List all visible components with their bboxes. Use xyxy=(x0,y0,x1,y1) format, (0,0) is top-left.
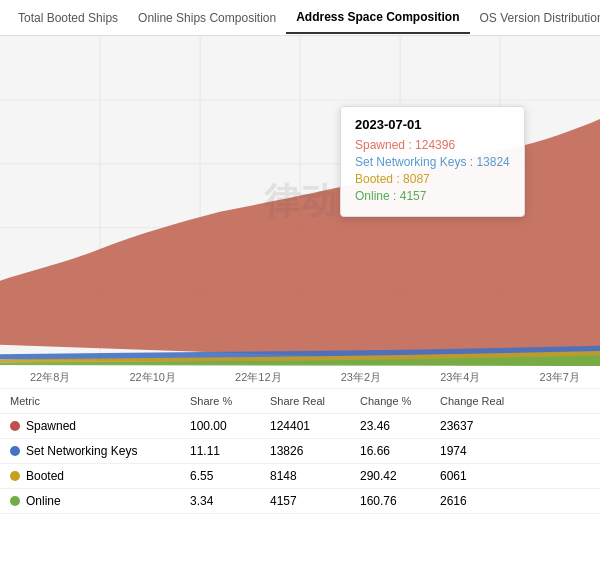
x-label-4: 23年2月 xyxy=(341,370,381,385)
col-share-real: Share Real xyxy=(270,395,360,407)
online-share-real: 4157 xyxy=(270,494,360,508)
table-header-row: Metric Share % Share Real Change % Chang… xyxy=(0,389,600,414)
spawned-share-real: 124401 xyxy=(270,419,360,433)
tab-online-composition[interactable]: Online Ships Composition xyxy=(128,3,286,33)
tab-bar: Total Booted Ships Online Ships Composit… xyxy=(0,0,600,36)
booted-change-pct: 290.42 xyxy=(360,469,440,483)
spawned-change-real: 23637 xyxy=(440,419,520,433)
label-booted: Booted xyxy=(26,469,64,483)
metric-online: Online xyxy=(10,494,190,508)
tab-address-space[interactable]: Address Space Composition xyxy=(286,2,469,34)
label-networking: Set Networking Keys xyxy=(26,444,137,458)
chart-area: 律动 2023-07-01 Spawned : 124396 Set Netwo… xyxy=(0,36,600,366)
dot-booted xyxy=(10,471,20,481)
col-change-pct: Change % xyxy=(360,395,440,407)
tooltip-date: 2023-07-01 xyxy=(355,117,510,132)
table-row: Online 3.34 4157 160.76 2616 xyxy=(0,489,600,514)
x-axis: 22年8月 22年10月 22年12月 23年2月 23年4月 23年7月 xyxy=(0,366,600,388)
x-label-5: 23年4月 xyxy=(440,370,480,385)
table-row: Set Networking Keys 11.11 13826 16.66 19… xyxy=(0,439,600,464)
metric-spawned: Spawned xyxy=(10,419,190,433)
chart-tooltip: 2023-07-01 Spawned : 124396 Set Networki… xyxy=(340,106,525,217)
col-share-pct: Share % xyxy=(190,395,270,407)
dot-spawned xyxy=(10,421,20,431)
x-label-6: 23年7月 xyxy=(540,370,580,385)
table-row: Spawned 100.00 124401 23.46 23637 xyxy=(0,414,600,439)
booted-share-real: 8148 xyxy=(270,469,360,483)
x-label-2: 22年10月 xyxy=(129,370,175,385)
data-table: Metric Share % Share Real Change % Chang… xyxy=(0,388,600,514)
tooltip-booted: Booted : 8087 xyxy=(355,172,510,186)
x-label-1: 22年8月 xyxy=(30,370,70,385)
tooltip-online: Online : 4157 xyxy=(355,189,510,203)
online-change-real: 2616 xyxy=(440,494,520,508)
tab-total-booted[interactable]: Total Booted Ships xyxy=(8,3,128,33)
label-spawned: Spawned xyxy=(26,419,76,433)
booted-change-real: 6061 xyxy=(440,469,520,483)
col-metric: Metric xyxy=(10,395,190,407)
label-online: Online xyxy=(26,494,61,508)
networking-share-pct: 11.11 xyxy=(190,444,270,458)
dot-networking xyxy=(10,446,20,456)
spawned-share-pct: 100.00 xyxy=(190,419,270,433)
booted-share-pct: 6.55 xyxy=(190,469,270,483)
table-row: Booted 6.55 8148 290.42 6061 xyxy=(0,464,600,489)
online-share-pct: 3.34 xyxy=(190,494,270,508)
metric-networking: Set Networking Keys xyxy=(10,444,190,458)
tooltip-spawned: Spawned : 124396 xyxy=(355,138,510,152)
x-label-3: 22年12月 xyxy=(235,370,281,385)
networking-change-real: 1974 xyxy=(440,444,520,458)
tooltip-networking: Set Networking Keys : 13824 xyxy=(355,155,510,169)
networking-share-real: 13826 xyxy=(270,444,360,458)
tab-os-version[interactable]: OS Version Distribution xyxy=(470,3,600,33)
online-change-pct: 160.76 xyxy=(360,494,440,508)
dot-online xyxy=(10,496,20,506)
col-change-real: Change Real xyxy=(440,395,520,407)
metric-booted: Booted xyxy=(10,469,190,483)
networking-change-pct: 16.66 xyxy=(360,444,440,458)
spawned-change-pct: 23.46 xyxy=(360,419,440,433)
